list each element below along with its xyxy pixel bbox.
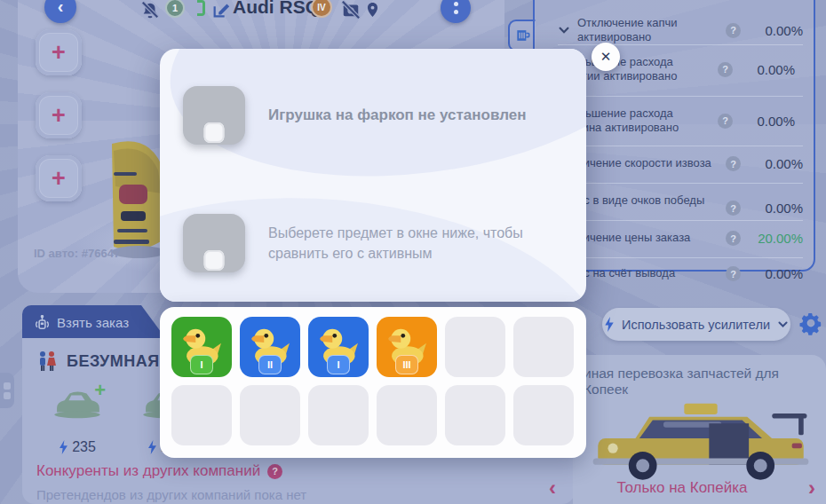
help-icon[interactable]: ? [726,231,741,246]
chevron-down-icon [558,24,570,36]
plus-icon: + [94,379,106,402]
use-boosters-button[interactable]: Использовать усилители [602,308,790,341]
inventory-empty-slot[interactable] [513,385,574,445]
bonus-row[interactable]: Увеличение цены заказа ? 20.00% [558,231,803,246]
help-icon[interactable]: ? [718,114,733,129]
notification-count-badge: 1 [165,0,185,18]
tier-badge: I [190,355,213,374]
settings-gear-button[interactable] [798,310,826,338]
tier-badge: III [395,355,418,374]
bolt-icon [604,317,615,332]
bell-muted-icon[interactable] [140,0,160,20]
help-icon[interactable]: ? [726,156,741,171]
bolt-icon [59,440,68,454]
bonus-row[interactable]: Бонус в виде очков победы ? 0.00% [558,193,803,224]
add-slot-button[interactable]: + [36,155,82,201]
mug-icon [514,27,532,44]
help-icon[interactable]: ? [726,201,741,216]
divider [558,220,803,221]
inventory-empty-slot[interactable] [171,385,232,445]
passengers-icon [36,350,58,372]
bonus-row[interactable]: Увеличение скорости извоза ? 0.00% [558,156,803,171]
top-bar: ‹ 1 Audi RSQ IV [0,0,504,23]
bolt-icon [147,440,157,454]
bonus-label: Отключение капчи активировано [577,16,719,45]
empty-item-slot [183,86,245,145]
divider [558,44,803,45]
bonus-value: 20.00% [748,231,803,246]
tier-badge: II [258,355,282,374]
energy-cost: 235 [42,439,113,455]
bonus-panel-tab[interactable] [508,20,536,51]
gear-icon [798,310,824,336]
collapsed-side-tab[interactable] [0,373,14,408]
inventory-item-duck[interactable]: I [308,317,369,377]
special-order-carousel: ‹ Только на Копейка › [549,477,815,499]
take-order-label: Взять заказ [57,315,129,330]
order-car-slot[interactable]: + 235 [42,384,113,455]
divider [558,257,803,258]
slot-socket [204,122,225,143]
inventory-empty-slot[interactable] [513,317,574,377]
inventory-item-duck[interactable]: I [171,317,232,377]
camera-off-icon[interactable] [341,0,361,20]
radio-icon [35,315,50,330]
competitors-empty-note: Претендендов из других компаний пока нет [36,487,306,502]
inventory-item-duck[interactable]: III [377,317,437,377]
bonus-row[interactable]: Бонус на счёт вывода ? 0.00% [558,266,803,281]
take-order-tab[interactable]: Взять заказ [22,305,166,339]
inventory-empty-slot[interactable] [240,385,300,445]
bonus-value: 0.00% [748,201,803,216]
prev-arrow[interactable]: ‹ [549,477,556,499]
help-icon[interactable]: ? [726,23,741,38]
bonus-value: 0.00% [748,23,803,38]
location-pin-icon[interactable] [364,0,381,20]
divider [558,146,803,146]
bracket-icon [197,0,205,16]
add-slot-button[interactable]: + [36,92,82,138]
compare-item-modal: Игрушка на фаркоп не установлен Выберете… [160,49,586,302]
inventory-empty-slot[interactable] [308,385,369,445]
inventory-item-duck[interactable]: II [240,317,300,377]
car-title: Audi RSQ [233,0,320,18]
help-icon[interactable]: ? [718,62,733,77]
next-arrow[interactable]: › [808,477,815,499]
active-item-row: Игрушка на фаркоп не установлен [183,86,544,145]
tier-badge: I [327,355,350,374]
inventory-empty-slot[interactable] [445,385,505,445]
menu-button[interactable] [441,0,471,23]
inventory-empty-slot[interactable] [445,317,505,377]
back-button[interactable]: ‹ [44,0,76,23]
divider [558,96,803,97]
taxi-image [580,389,822,488]
carousel-caption: Только на Копейка [556,479,808,497]
competitors-heading: Конкуренты из других компаний ? [36,462,282,480]
inventory-empty-slot[interactable] [377,385,437,445]
close-button[interactable]: ✕ [592,43,620,71]
bonus-value: 0.00% [748,266,803,281]
inventory-grid: I II I [160,307,586,458]
active-item-title: Игрушка на фаркоп не установлен [268,106,544,125]
help-icon[interactable]: ? [726,266,741,281]
use-boosters-label: Использовать усилители [622,318,770,332]
game-screen: + + + ID авто: #76647 ‹ 1 Audi RSQ IV [0,0,826,504]
slot-socket [204,250,225,271]
car-id-label: ID авто: #76647 [34,247,120,260]
bonus-row[interactable]: Отключение капчи активировано ? 0.00% [558,16,803,45]
chevron-down-icon [777,319,789,330]
energy-value: 235 [72,439,96,455]
car-level-badge: IV [311,0,332,18]
edit-icon[interactable] [211,0,231,20]
divider [558,183,803,184]
bonus-value: 0.00% [740,62,795,77]
empty-item-slot [183,214,245,272]
bonus-value: 0.00% [740,114,795,129]
hint-text: Выберете предмет в окне ниже, чтобы срав… [268,223,549,264]
help-icon[interactable]: ? [267,464,282,479]
add-slot-button[interactable]: + [36,29,82,75]
bonus-row[interactable]: Уменьшение расхода бензина активировано … [558,106,803,136]
bonus-value: 0.00% [748,156,803,171]
hint-row: Выберете предмет в окне ниже, чтобы срав… [183,214,549,272]
